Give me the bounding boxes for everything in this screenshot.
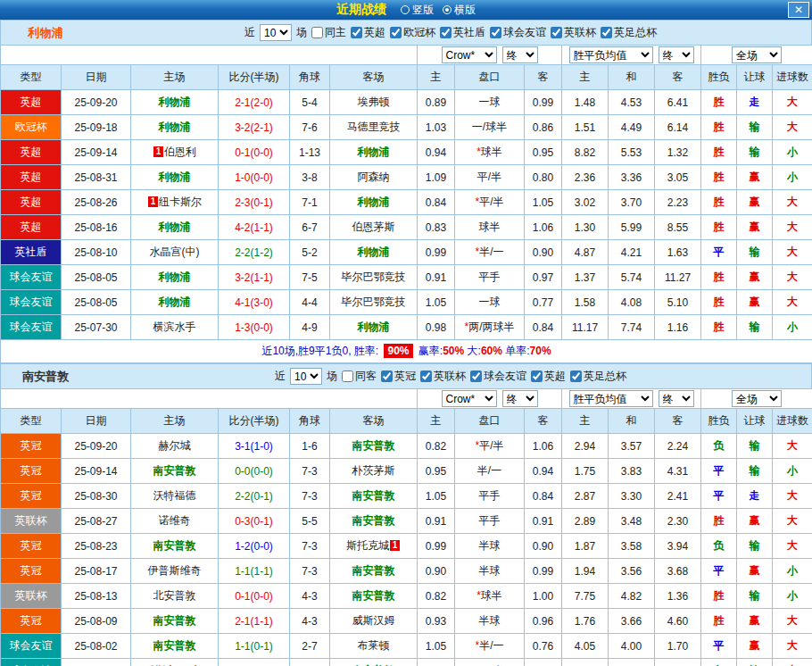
select-cell: 全场: [701, 389, 812, 409]
league-filter-label: 英超: [544, 369, 566, 384]
asian-away-odds: 0.99: [525, 90, 562, 115]
league-filter-checkbox[interactable]: [490, 27, 501, 38]
euro-home-odds: 2.87: [562, 484, 609, 509]
scope-select[interactable]: 全场: [732, 390, 782, 407]
league-filter-checkbox[interactable]: [601, 27, 612, 38]
corners-cell: 7-3: [290, 459, 330, 484]
games-count-select[interactable]: 10: [290, 368, 322, 385]
league-filter[interactable]: 英足总杯: [570, 369, 626, 384]
avg-odds-select[interactable]: 胜平负均值: [569, 390, 653, 407]
avg-state-select[interactable]: 终: [659, 46, 694, 63]
handicap-cell: *平/半: [455, 190, 525, 215]
layout-option-horizontal[interactable]: 横版: [443, 3, 476, 18]
layout-option-vertical[interactable]: 竖版: [401, 3, 434, 18]
league-filter[interactable]: 英足总杯: [601, 25, 657, 40]
league-filter-checkbox[interactable]: [470, 370, 482, 382]
match-date: 25-09-14: [62, 140, 131, 165]
euro-away-odds: 3.94: [655, 534, 701, 559]
company-select[interactable]: Crow*: [442, 46, 497, 63]
odds-selects-row: Crow*终胜平负均值终全场: [1, 389, 812, 409]
page-title: 近期战绩: [336, 2, 386, 18]
away-favorite-star: *: [476, 146, 481, 158]
avg-odds-select[interactable]: 胜平负均值: [569, 46, 653, 63]
games-count-select[interactable]: 10: [260, 24, 292, 41]
league-filter[interactable]: 英联杯: [420, 369, 466, 384]
match-date: 25-08-31: [62, 165, 131, 190]
match-date: 25-07-26: [62, 659, 131, 666]
asian-away-odds: 1.06: [525, 434, 562, 459]
euro-away-odds: 2.24: [655, 434, 701, 459]
league-filter-checkbox[interactable]: [440, 27, 452, 38]
away-team-name: 利物浦: [358, 196, 390, 208]
away-team-name: 毕尔巴鄂竞技: [342, 271, 406, 283]
score-cell: 4-1(3-0): [219, 290, 290, 315]
league-filter[interactable]: 球会友谊: [470, 369, 526, 384]
match-table: Crow*终胜平负均值终全场类型日期主场比分(半场)角球客场主盘口客主和客胜负让…: [0, 45, 812, 363]
score-cell: 1-1(0-1): [219, 634, 290, 659]
league-filter-checkbox[interactable]: [342, 370, 353, 382]
handicap-cell: 平手: [455, 265, 525, 290]
euro-home-odds: 1.58: [562, 290, 609, 315]
league-filter-checkbox[interactable]: [381, 370, 393, 382]
corners-cell: 7-1: [290, 190, 330, 215]
away-favorite-star: *: [475, 196, 479, 208]
league-filter[interactable]: 英社盾: [440, 25, 485, 40]
away-team: 南安普敦: [330, 659, 418, 666]
games-label: 场: [327, 369, 337, 384]
column-header: 日期: [62, 65, 131, 90]
table-row: 欧冠杯25-09-18利物浦3-2(2-1)7-6马德里竞技1.03一/球半0.…: [1, 115, 812, 140]
close-button[interactable]: ✕: [788, 2, 809, 18]
company-state-select[interactable]: 终: [502, 390, 538, 407]
outcome-cell: 胜: [701, 509, 737, 534]
asian-away-odds: 0.99: [525, 559, 562, 584]
scope-select[interactable]: 全场: [732, 46, 782, 63]
handicap-cell: *平/半: [455, 659, 525, 666]
select-cell: 胜平负均值终: [562, 46, 701, 65]
league-filter-checkbox[interactable]: [390, 27, 402, 38]
table-row: 英超25-08-261纽卡斯尔2-3(0-1)7-1利物浦0.84*平/半1.0…: [1, 190, 812, 215]
euro-away-odds: 11.27: [655, 265, 701, 290]
league-filter[interactable]: 欧冠杯: [390, 25, 435, 40]
filter-bar: 近10场同主英超欧冠杯英社盾球会友谊英联杯英足总杯: [90, 24, 811, 41]
handicap-result-cell: 输: [737, 315, 773, 340]
home-team: 南安普敦: [131, 459, 219, 484]
outcome-cell: 胜: [701, 115, 737, 140]
league-filter[interactable]: 英超: [351, 25, 385, 40]
company-state-select[interactable]: 终: [502, 46, 538, 63]
league-filter[interactable]: 球会友谊: [490, 25, 546, 40]
table-row: 球会友谊25-07-30横滨水手1-3(0-0)4-9利物浦0.98*两/两球半…: [1, 315, 812, 340]
euro-away-odds: 2.30: [655, 509, 701, 534]
home-team-name: 利物浦: [159, 296, 191, 308]
league-filter[interactable]: 英联杯: [551, 25, 596, 40]
away-team: 利物浦: [330, 190, 418, 215]
euro-away-odds: 2.41: [655, 484, 701, 509]
company-select[interactable]: Crow*: [442, 390, 497, 407]
asian-home-odds: 0.98: [418, 315, 455, 340]
table-row: 英冠25-09-14南安普敦0-0(0-0)7-3朴茨茅斯0.95半/一0.94…: [1, 459, 812, 484]
euro-away-odds: 4.60: [655, 609, 701, 634]
league-filter-checkbox[interactable]: [420, 370, 432, 382]
league-filter[interactable]: 同主: [311, 25, 346, 40]
league-filter-checkbox[interactable]: [570, 370, 582, 382]
asian-home-odds: 1.09: [418, 165, 455, 190]
asian-home-odds: 0.93: [418, 609, 455, 634]
home-team-name: 利物浦: [159, 171, 191, 183]
league-filter-checkbox[interactable]: [551, 27, 562, 38]
league-filter-checkbox[interactable]: [531, 370, 543, 382]
league-filter-checkbox[interactable]: [311, 27, 323, 38]
avg-state-select[interactable]: 终: [659, 390, 694, 407]
match-date: 25-08-17: [62, 559, 131, 584]
league-badge: 英冠: [1, 534, 62, 559]
score-cell: 0-1(0-0): [219, 584, 290, 609]
handicap-result-cell: 走: [737, 90, 773, 115]
handicap-result-cell: 赢: [737, 509, 773, 534]
league-filter-checkbox[interactable]: [351, 27, 362, 38]
league-filter[interactable]: 英冠: [381, 369, 416, 384]
table-row: 英冠25-08-09南安普敦2-1(1-1)4-3威斯汉姆0.93半球0.961…: [1, 609, 812, 634]
column-header: 客: [525, 409, 562, 434]
goals-result-cell: 大: [773, 509, 812, 534]
league-filter[interactable]: 英超: [531, 369, 566, 384]
goals-result-cell: 大: [773, 190, 812, 215]
asian-home-odds: 1.06: [418, 659, 455, 666]
league-filter[interactable]: 同客: [342, 369, 377, 384]
